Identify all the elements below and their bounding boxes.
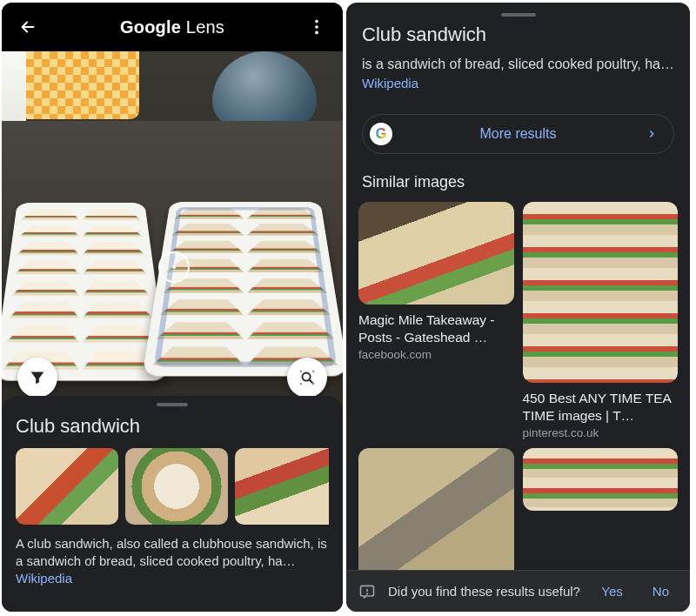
- svg-point-2: [315, 31, 318, 35]
- filter-button[interactable]: [17, 358, 57, 398]
- image-result-card[interactable]: [358, 448, 514, 587]
- more-results-label: More results: [479, 126, 556, 142]
- result-description: is a sandwich of bread, sliced cooked po…: [362, 57, 674, 72]
- feedback-no-button[interactable]: No: [644, 579, 678, 604]
- result-image: [523, 448, 679, 511]
- result-title: Club sandwich: [16, 415, 329, 438]
- back-button[interactable]: [16, 15, 40, 39]
- result-card-source: pinterest.co.uk: [523, 426, 679, 439]
- results-header: Club sandwich is a sandwich of bread, sl…: [346, 3, 690, 100]
- svg-point-6: [367, 593, 368, 594]
- google-logo-icon: G: [370, 123, 392, 145]
- more-results-button[interactable]: G More results: [362, 114, 674, 154]
- similar-images-grid: Magic Mile Takeaway - Posts - Gateshead …: [346, 202, 690, 587]
- precision-search-icon: [298, 368, 317, 387]
- selection-indicator[interactable]: [158, 251, 190, 283]
- feedback-prompt: Did you find these results useful?: [388, 584, 580, 599]
- result-source-link[interactable]: Wikipedia: [16, 571, 72, 586]
- top-bar: Google Lens: [2, 3, 343, 51]
- photo-fabric: [26, 51, 139, 119]
- filter-icon: [28, 368, 47, 387]
- overflow-menu-button[interactable]: [304, 15, 329, 39]
- result-image: [358, 448, 514, 587]
- lens-results-screen: Club sandwich is a sandwich of bread, sl…: [346, 3, 690, 612]
- result-card-source: facebook.com: [358, 348, 514, 361]
- result-image: [523, 202, 679, 383]
- thumbnail[interactable]: [16, 448, 118, 525]
- more-vert-icon: [307, 17, 326, 37]
- thumbnail[interactable]: [125, 448, 228, 525]
- feedback-bar: Did you find these results useful? Yes N…: [346, 570, 690, 612]
- result-sheet[interactable]: Club sandwich A club sandwich, also call…: [2, 396, 343, 612]
- result-image: [358, 202, 514, 305]
- thumbnail[interactable]: [235, 448, 329, 525]
- sheet-grabber[interactable]: [157, 403, 188, 406]
- svg-point-3: [303, 373, 311, 381]
- result-card-title: Magic Mile Takeaway - Posts - Gateshead …: [358, 311, 514, 346]
- similar-images-heading: Similar images: [362, 173, 674, 191]
- result-source-link[interactable]: Wikipedia: [362, 76, 418, 90]
- chevron-right-icon: [646, 128, 658, 140]
- photo-tray-left: [2, 203, 169, 380]
- svg-point-1: [315, 25, 318, 29]
- lens-capture-screen: Google Lens: [2, 3, 343, 612]
- image-result-card[interactable]: Magic Mile Takeaway - Posts - Gateshead …: [358, 202, 514, 439]
- result-card-title: 450 Best ANY TIME TEA TIME images | T…: [523, 390, 679, 425]
- app-title: Google Lens: [40, 17, 304, 37]
- sheet-grabber[interactable]: [501, 13, 536, 17]
- precision-search-button[interactable]: [287, 358, 327, 398]
- image-result-card[interactable]: 450 Best ANY TIME TEA TIME images | T… p…: [523, 202, 679, 439]
- svg-point-0: [315, 20, 318, 23]
- image-result-card[interactable]: [523, 448, 679, 587]
- result-description: A club sandwich, also called a clubhouse…: [16, 535, 329, 571]
- result-title: Club sandwich: [362, 23, 674, 46]
- feedback-icon: [358, 583, 376, 600]
- result-thumbnails: [16, 448, 329, 525]
- feedback-yes-button[interactable]: Yes: [592, 579, 631, 604]
- arrow-left-icon: [18, 17, 37, 37]
- captured-image[interactable]: [2, 51, 343, 408]
- photo-tray-right: [142, 202, 343, 376]
